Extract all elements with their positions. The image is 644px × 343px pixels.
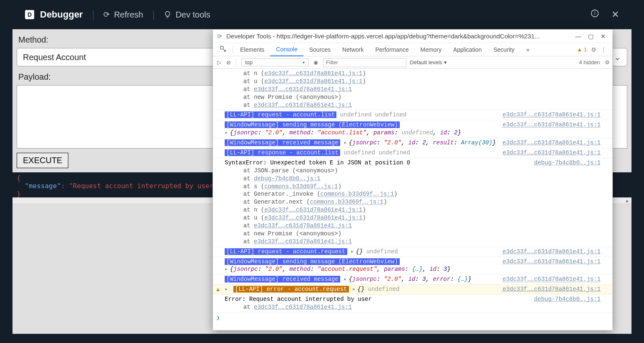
source-link[interactable]: e3dc33f……c631d78a861e41.js:1 [503, 121, 601, 129]
log-tag: [WindowMessage] received message [225, 139, 340, 146]
stack-line: at n (e3dc33f……c631d78a861e41.js:1) [225, 206, 609, 214]
separator: | [92, 9, 95, 20]
separator [236, 59, 236, 66]
app-title: Debugger [40, 9, 83, 20]
hidden-count[interactable]: 4 hidden [579, 59, 600, 66]
separator: | [152, 9, 155, 20]
stack-line: at debug-7b4c8b0….js:1 [225, 175, 609, 183]
expand-icon[interactable]: ▸ [225, 286, 228, 293]
source-link[interactable]: e3dc33f……c631d78a861e41.js:1 [503, 248, 601, 256]
eye-icon[interactable]: ◉ [312, 59, 320, 66]
stack-line: at e3dc33f……c631d78a861e41.js:1 [225, 101, 609, 109]
stack-line: at Generator._invoke (commons.b33d69f….j… [225, 190, 609, 198]
separator [232, 46, 233, 53]
app-icon: D [25, 10, 34, 19]
tab-more[interactable]: » [520, 43, 535, 56]
minimize-icon[interactable]: — [575, 33, 581, 40]
filter-input[interactable] [323, 58, 406, 67]
devtools-tabs: Elements Console Sources Network Perform… [213, 43, 612, 56]
tab-security[interactable]: Security [488, 43, 521, 56]
log-tag: [WindowMessage] sending message (Electro… [225, 121, 400, 128]
clear-icon[interactable]: ⊘ [226, 59, 231, 66]
tab-network[interactable]: Network [336, 43, 369, 56]
chevron-down-icon: ⌄ [614, 52, 621, 62]
warning-icon: ▲ [216, 286, 220, 294]
stack-line: at u (e3dc33f……c631d78a861e41.js:1) [225, 214, 609, 222]
window-buttons: — ▢ ✕ [571, 33, 610, 40]
stack-line: at e3dc33f……c631d78a861e41.js:1 [225, 222, 609, 230]
source-link[interactable]: e3dc33f……c631d78a861e41.js:1 [503, 149, 601, 157]
close-icon[interactable]: ✕ [611, 9, 619, 20]
stack-line: at e3dc33f……c631d78a861e41.js:1 [225, 86, 609, 93]
log-line: e3dc33f……c631d78a861e41.js:1 [LL-API] re… [213, 110, 612, 120]
error-text: Error: Request account interrupted by us… [225, 296, 372, 303]
refresh-label: Refresh [114, 10, 143, 20]
log-tag: [LL-API] request - account.list [225, 111, 336, 118]
error-text: SyntaxError: Unexpected token E in JSON … [225, 159, 410, 166]
tab-console[interactable]: Console [270, 43, 303, 56]
source-link[interactable]: e3dc33f……c631d78a861e41.js:1 [503, 111, 601, 119]
stack-line: at new Promise (<anonymous>) [225, 93, 609, 101]
expand-icon[interactable]: ▸ [352, 286, 356, 293]
info-icon[interactable] [591, 9, 599, 20]
log-line-warning: ▲ e3dc33f……c631d78a861e41.js:1 ▸ [LL-API… [213, 285, 612, 295]
close-icon[interactable]: ✕ [600, 33, 606, 40]
menu-icon[interactable]: ⋮ [601, 46, 606, 53]
stack-line: at JSON.parse (<anonymous>) [225, 167, 609, 175]
gear-icon[interactable]: ⚙ [605, 59, 610, 66]
log-tag: [LL-API] error - account.request [233, 286, 349, 293]
stack-line: at new Promise (<anonymous>) [225, 230, 609, 238]
devtools-titlebar: ⟳ Developer Tools - https://ledger-live-… [213, 30, 612, 43]
expand-icon[interactable]: ▸ [225, 266, 228, 272]
log-line: e3dc33f……c631d78a861e41.js:1 [LL-API] re… [213, 247, 612, 257]
tab-memory[interactable]: Memory [415, 43, 448, 56]
tab-sources[interactable]: Sources [303, 43, 336, 56]
console-pane[interactable]: at n (e3dc33f……c631d78a861e41.js:1) at u… [213, 69, 612, 330]
warning-badge[interactable]: ▲ 1 [577, 46, 587, 53]
devtools-window: ⟳ Developer Tools - https://ledger-live-… [213, 29, 613, 330]
log-line: e3dc33f……c631d78a861e41.js:1 [WindowMess… [213, 275, 612, 285]
stack-line: at e3dc33f……c631d78a861e41.js:1 [225, 303, 609, 311]
source-link[interactable]: e3dc33f……c631d78a861e41.js:1 [503, 258, 601, 266]
stack-line: at u (e3dc33f……c631d78a861e41.js:1) [225, 78, 609, 86]
expand-icon[interactable]: ▸ [343, 139, 347, 146]
levels-select[interactable]: Default levels ▾ [410, 59, 447, 66]
source-link[interactable]: debug-7b4c8b0….js:1 [534, 159, 601, 167]
stack-line: at s (commons.b33d69f….js:1) [225, 183, 609, 191]
execute-button[interactable]: EXECUTE [17, 153, 68, 168]
expand-icon[interactable]: ▸ [343, 276, 347, 282]
stack-trace: at n (e3dc33f……c631d78a861e41.js:1) at u… [213, 69, 612, 110]
expand-icon[interactable]: ▸ [351, 248, 354, 255]
refresh-button[interactable]: ⟳ Refresh [103, 10, 143, 20]
source-link[interactable]: e3dc33f……c631d78a861e41.js:1 [503, 139, 601, 147]
reload-icon[interactable]: ⟳ [217, 33, 222, 40]
console-prompt[interactable]: ❯ [213, 313, 612, 323]
play-icon[interactable]: ▷ [216, 59, 223, 66]
stack-line: at Generator.next (commons.b33d69f….js:1… [225, 198, 609, 206]
console-toolbar: ▷ ⊘ top ◉ Default levels ▾ 4 hidden ⚙ [213, 56, 612, 69]
log-tag: [LL-API] request - account.request [225, 248, 347, 255]
log-line: debug-7b4c8b0….js:1 SyntaxError: Unexpec… [213, 158, 612, 247]
svg-point-2 [595, 12, 595, 12]
header-left: D Debugger [25, 9, 83, 20]
maximize-icon[interactable]: ▢ [587, 33, 594, 40]
context-select[interactable]: top [241, 58, 308, 66]
log-line: debug-7b4c8b0….js:1 Error: Request accou… [213, 295, 612, 313]
expand-icon[interactable]: ▸ [225, 129, 228, 136]
devtools-button[interactable]: Dev tools [164, 10, 210, 20]
tab-performance[interactable]: Performance [369, 43, 414, 56]
tabs-right: ▲ 1 ⚙ ⋮ [577, 46, 610, 53]
tab-application[interactable]: Application [447, 43, 488, 56]
tab-elements[interactable]: Elements [234, 43, 270, 56]
source-link[interactable]: e3dc33f……c631d78a861e41.js:1 [503, 275, 601, 283]
stack-line: at e3dc33f……c631d78a861e41.js:1 [225, 238, 609, 246]
header-right: ✕ [591, 9, 619, 20]
source-link[interactable]: e3dc33f……c631d78a861e41.js:1 [503, 285, 601, 293]
log-tag: [LL-API] response - account.list [225, 149, 340, 156]
log-tag: [WindowMessage] sending message (Electro… [225, 258, 400, 265]
inspect-icon[interactable] [216, 45, 231, 53]
log-line: e3dc33f……c631d78a861e41.js:1 [WindowMess… [213, 257, 612, 275]
bulb-icon [164, 11, 171, 18]
gear-icon[interactable]: ⚙ [591, 46, 596, 53]
source-link[interactable]: debug-7b4c8b0….js:1 [534, 295, 601, 303]
